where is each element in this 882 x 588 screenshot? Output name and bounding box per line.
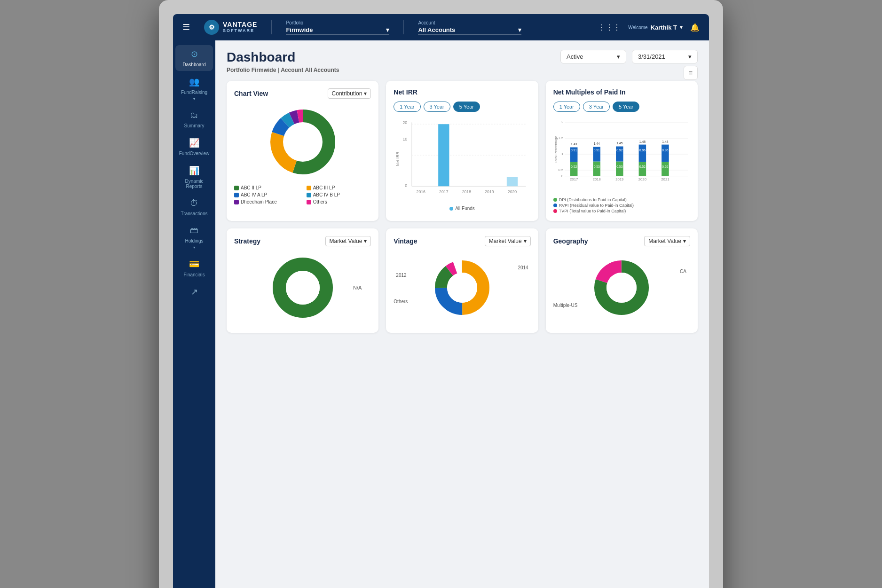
sidebar-item-holdings[interactable]: 🗃 Holdings ▾ (175, 222, 213, 253)
sidebar-item-transactions[interactable]: ⏱ Transactions (175, 195, 213, 220)
geography-dropdown[interactable]: Market Value ▾ (644, 236, 690, 246)
vintage-donut-wrapper: 2012 Others 2014 (394, 250, 530, 325)
legend-color (234, 186, 239, 190)
vintage-donut-svg (432, 257, 493, 318)
contribution-donut-container: ABC II LP ABC III LP ABC IV A LP (234, 104, 371, 204)
nm-tab-1year[interactable]: 1 Year (553, 102, 580, 112)
irr-tab-5year[interactable]: 5 Year (453, 102, 480, 112)
svg-text:0.52: 0.52 (662, 165, 668, 168)
net-irr-chart: 20 10 0 Net IRR 2016 (394, 117, 530, 201)
nm-tab-3year[interactable]: 3 Year (583, 102, 610, 112)
hamburger-icon[interactable]: ☰ (182, 22, 190, 32)
legend-item: Others (307, 199, 371, 204)
svg-rect-53 (662, 162, 669, 176)
legend-item: ABC II LP (234, 185, 299, 190)
svg-text:0.5: 0.5 (558, 168, 563, 172)
account-dropdown[interactable]: Account All Accounts ▾ (418, 20, 521, 35)
geography-label-multus: Multiple-US (553, 303, 578, 308)
charts-grid: Chart View Contribution ▾ (227, 81, 698, 221)
strategy-donut-wrapper: N/A (234, 250, 371, 325)
donut-legend: ABC II LP ABC III LP ABC IV A LP (234, 185, 371, 204)
irr-tab-3year[interactable]: 3 Year (424, 102, 450, 112)
net-irr-header: Net IRR (394, 88, 530, 96)
contribution-dropdown[interactable]: Contribution ▾ (328, 88, 371, 99)
irr-bar-2020 (507, 177, 518, 186)
financials-icon: 💳 (189, 259, 199, 269)
net-multiples-chart: 2 1.5 1 0.5 0 Total Perce (553, 117, 690, 192)
screen: ☰ ⚙ VANTAGE SOFTWARE Portfolio Firmwide … (173, 14, 709, 588)
irr-tab-1year[interactable]: 1 Year (394, 102, 420, 112)
legend-color (307, 193, 311, 197)
legend-item: ABC III LP (307, 185, 371, 190)
svg-text:1: 1 (561, 152, 563, 156)
strategy-dropdown[interactable]: Market Value ▾ (325, 236, 371, 246)
svg-text:2: 2 (561, 120, 563, 124)
legend-color (307, 200, 311, 204)
legend-color (307, 186, 311, 190)
chart-view-card: Chart View Contribution ▾ (227, 81, 378, 221)
portfolio-dropdown[interactable]: Portfolio Firmwide ▾ (286, 20, 389, 35)
chart-view-label: Chart View (234, 90, 268, 97)
nm-tabs: 1 Year 3 Year 5 Year (553, 102, 690, 112)
logo-text: VANTAGE SOFTWARE (223, 21, 257, 33)
vintage-header: Vintage Market Value ▾ (394, 236, 530, 246)
vintage-label-2012: 2012 (396, 273, 406, 278)
svg-text:0: 0 (405, 183, 408, 188)
svg-rect-41 (616, 162, 623, 176)
sidebar-item-financials[interactable]: 💳 Financials (175, 255, 213, 281)
irr-footer: All Funds (394, 206, 530, 211)
bell-icon[interactable]: 🔔 (690, 23, 700, 32)
sidebar-item-fundoverview[interactable]: 📈 FundOverview (175, 134, 213, 160)
irr-dot (449, 207, 453, 211)
legend-item: ABC IV B LP (307, 192, 371, 197)
list-view-button[interactable]: ≡ (684, 66, 698, 80)
sidebar-item-dynamicreports[interactable]: 📊 Dynamic Reports (175, 162, 213, 193)
contribution-donut-svg (265, 104, 340, 180)
status-dropdown[interactable]: Active ▾ (560, 50, 626, 63)
geography-donut-svg (591, 257, 652, 318)
dynamicreports-icon: 📊 (189, 165, 199, 176)
sidebar-item-summary[interactable]: 🗂 Summary (175, 107, 213, 132)
strategy-donut-svg (270, 255, 336, 321)
strategy-label: N/A (353, 285, 362, 290)
svg-rect-48 (638, 145, 646, 162)
strategy-title: Strategy (234, 237, 260, 245)
svg-text:2017: 2017 (439, 189, 449, 194)
logo-icon: ⚙ (204, 20, 219, 35)
svg-text:0.92: 0.92 (616, 149, 622, 152)
svg-text:1.5: 1.5 (558, 136, 563, 140)
svg-text:1.48: 1.48 (662, 140, 668, 143)
nm-tab-5year[interactable]: 5 Year (613, 102, 639, 112)
vintage-label-2014: 2014 (518, 265, 528, 270)
sidebar-item-fundraising[interactable]: 👥 FundRaising ▾ (175, 73, 213, 105)
svg-text:2020: 2020 (508, 189, 517, 194)
vintage-title: Vintage (394, 237, 417, 245)
date-dropdown[interactable]: 3/31/2021 ▾ (632, 50, 698, 63)
svg-text:0.53: 0.53 (616, 165, 622, 168)
svg-text:2016: 2016 (417, 189, 426, 194)
logo: ⚙ VANTAGE SOFTWARE (204, 20, 257, 35)
grid-icon[interactable]: ⋮⋮⋮ (598, 23, 621, 32)
user-menu[interactable]: Welcome Karthik T ▾ (628, 24, 683, 31)
strategy-header: Strategy Market Value ▾ (234, 236, 371, 246)
svg-text:2018: 2018 (462, 189, 472, 194)
svg-text:Net IRR: Net IRR (395, 151, 400, 166)
dashboard-header: Dashboard Active ▾ 3/31/2021 ▾ (227, 50, 698, 65)
sidebar-item-dashboard[interactable]: ⊙ Dashboard (175, 45, 213, 71)
svg-point-6 (283, 122, 323, 162)
geography-donut-wrapper: CA Multiple-US (553, 250, 690, 325)
sidebar: ⊙ Dashboard 👥 FundRaising ▾ 🗂 Summary 📈 … (173, 40, 215, 588)
geography-label-ca: CA (680, 269, 686, 274)
svg-text:2020: 2020 (638, 177, 646, 181)
vintage-dropdown[interactable]: Market Value ▾ (485, 236, 531, 246)
svg-point-60 (286, 271, 320, 305)
svg-rect-47 (638, 162, 646, 176)
strategy-card: Strategy Market Value ▾ N/A (227, 228, 378, 333)
sidebar-item-more[interactable]: ↗ (175, 283, 213, 302)
svg-text:Total Percentage: Total Percentage (553, 136, 558, 163)
dashboard-controls: Active ▾ 3/31/2021 ▾ (560, 50, 698, 63)
svg-text:0.96: 0.96 (639, 149, 645, 152)
svg-text:10: 10 (403, 137, 408, 141)
dashboard-subtitle: Portfolio Firmwide | Account All Account… (227, 67, 698, 73)
nav-divider (271, 20, 272, 34)
